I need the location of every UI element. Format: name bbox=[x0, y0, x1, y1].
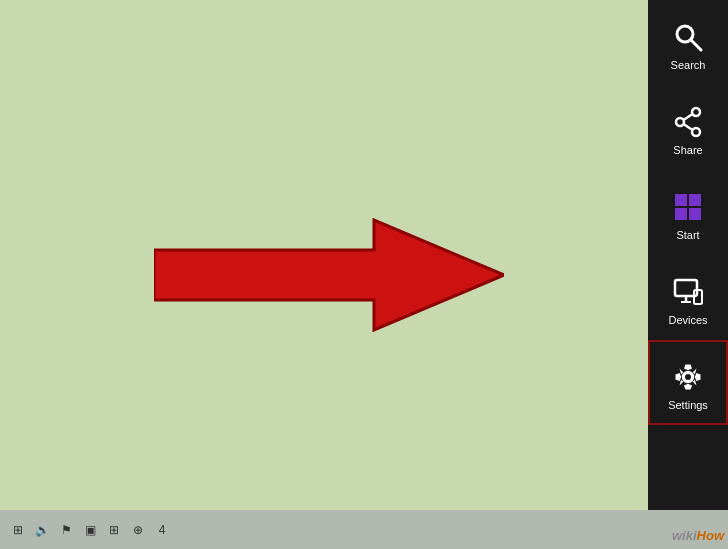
settings-icon bbox=[670, 359, 706, 395]
arrow-pointer bbox=[154, 215, 504, 335]
share-icon bbox=[670, 104, 706, 140]
grid-icon: ⊞ bbox=[104, 520, 124, 540]
share-label: Share bbox=[673, 144, 702, 156]
network-icon: ⊞ bbox=[8, 520, 28, 540]
flag-icon: ⚑ bbox=[56, 520, 76, 540]
svg-line-6 bbox=[684, 114, 693, 120]
wiki-text: wiki bbox=[672, 528, 697, 543]
charm-devices[interactable]: Devices bbox=[648, 255, 728, 340]
charm-search[interactable]: Search bbox=[648, 0, 728, 85]
search-icon bbox=[670, 19, 706, 55]
svg-line-2 bbox=[691, 40, 701, 50]
devices-label: Devices bbox=[668, 314, 707, 326]
number-icon: 4 bbox=[152, 520, 172, 540]
volume-icon: 🔊 bbox=[32, 520, 52, 540]
svg-marker-0 bbox=[154, 220, 504, 330]
start-label: Start bbox=[676, 229, 699, 241]
charms-bar: Search Share Start bbox=[648, 0, 728, 510]
charm-start[interactable]: Start bbox=[648, 170, 728, 255]
charm-settings[interactable]: Settings bbox=[648, 340, 728, 425]
svg-point-13 bbox=[684, 373, 692, 381]
settings-label: Settings bbox=[668, 399, 708, 411]
svg-point-4 bbox=[692, 128, 700, 136]
wikihow-watermark: wikiHow bbox=[672, 528, 724, 543]
svg-point-3 bbox=[692, 108, 700, 116]
windows-icon: ▣ bbox=[80, 520, 100, 540]
start-icon bbox=[670, 189, 706, 225]
magnifier-icon: ⊕ bbox=[128, 520, 148, 540]
charm-share[interactable]: Share bbox=[648, 85, 728, 170]
devices-icon bbox=[670, 274, 706, 310]
svg-point-5 bbox=[676, 118, 684, 126]
search-label: Search bbox=[671, 59, 706, 71]
svg-line-7 bbox=[684, 124, 693, 130]
taskbar: ⊞ 🔊 ⚑ ▣ ⊞ ⊕ 4 wikiHow bbox=[0, 510, 728, 549]
how-text: How bbox=[697, 528, 724, 543]
